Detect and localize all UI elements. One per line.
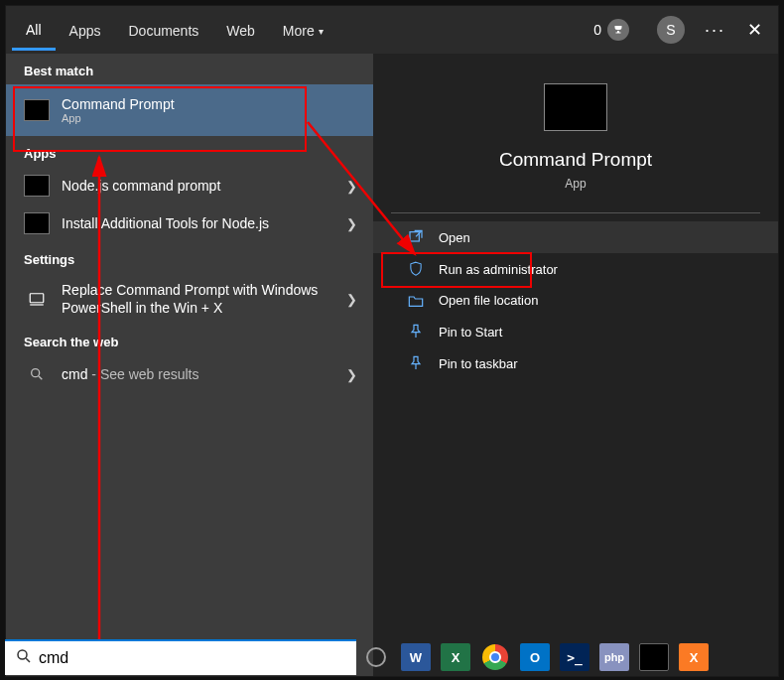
command-prompt-large-icon <box>544 83 607 131</box>
result-node-cmd[interactable]: Node.js command prompt ❯ <box>6 167 373 204</box>
rewards-button[interactable]: 0 <box>584 19 639 41</box>
taskbar-terminal[interactable] <box>639 643 669 671</box>
action-list: Open Run as administrator Open file loca… <box>373 221 778 379</box>
section-settings: Settings <box>6 242 373 273</box>
action-open-location[interactable]: Open file location <box>373 285 778 316</box>
best-match-subtitle: App <box>62 112 363 124</box>
tab-documents[interactable]: Documents <box>114 11 212 49</box>
action-open[interactable]: Open <box>373 221 778 253</box>
svg-rect-0 <box>30 294 44 303</box>
command-prompt-icon <box>24 99 50 121</box>
tab-all[interactable]: All <box>12 10 56 51</box>
tab-more-label: More <box>283 23 315 39</box>
rewards-count: 0 <box>593 22 601 38</box>
more-options-button[interactable]: ··· <box>705 20 725 41</box>
details-hero: Command Prompt App <box>373 83 778 191</box>
chrome-icon <box>482 644 508 670</box>
taskbar: W X O >_ php X <box>355 637 781 677</box>
chevron-right-icon[interactable]: ❯ <box>346 179 363 194</box>
tab-apps[interactable]: Apps <box>56 11 115 49</box>
tab-more[interactable]: More ▾ <box>269 11 337 49</box>
taskbar-xampp[interactable]: X <box>679 643 709 671</box>
section-search-web: Search the web <box>6 325 373 355</box>
search-icon <box>24 363 50 385</box>
best-match-result[interactable]: Command Prompt App <box>6 84 373 136</box>
taskbar-excel[interactable]: X <box>441 643 470 671</box>
start-search-window: All Apps Documents Web More ▾ 0 S ··· ✕ … <box>5 5 779 677</box>
taskbar-chrome[interactable] <box>480 643 510 671</box>
command-prompt-icon <box>24 175 50 197</box>
result-title: Install Additional Tools for Node.js <box>62 215 334 231</box>
shield-icon <box>407 261 425 277</box>
taskbar-outlook[interactable]: O <box>520 643 550 671</box>
chevron-right-icon[interactable]: ❯ <box>346 367 363 382</box>
chevron-right-icon[interactable]: ❯ <box>346 216 363 231</box>
user-avatar[interactable]: S <box>657 16 685 44</box>
action-label: Open file location <box>439 293 538 308</box>
top-tab-bar: All Apps Documents Web More ▾ 0 S ··· ✕ <box>6 6 778 54</box>
search-bar[interactable] <box>5 639 356 675</box>
close-button[interactable]: ✕ <box>747 19 762 41</box>
search-body: Best match Command Prompt App Apps Node.… <box>6 54 778 676</box>
taskbar-powershell[interactable]: >_ <box>560 643 589 671</box>
taskbar-php[interactable]: php <box>599 643 629 671</box>
open-icon <box>407 229 425 245</box>
section-best-match: Best match <box>6 54 373 84</box>
details-subtitle: App <box>565 177 586 191</box>
result-title: cmd - See web results <box>62 366 334 382</box>
tab-web[interactable]: Web <box>212 11 269 49</box>
result-title: Replace Command Prompt with Windows Powe… <box>62 281 334 317</box>
svg-point-3 <box>18 650 27 659</box>
folder-icon <box>407 294 425 308</box>
cortana-icon <box>366 647 386 667</box>
action-pin-start[interactable]: Pin to Start <box>373 316 778 347</box>
result-install-tools[interactable]: Install Additional Tools for Node.js ❯ <box>6 204 373 242</box>
search-input[interactable] <box>39 649 346 667</box>
action-label: Pin to Start <box>439 325 502 340</box>
powershell-icon: >_ <box>567 650 583 665</box>
result-replace-cmd[interactable]: Replace Command Prompt with Windows Powe… <box>6 273 373 325</box>
settings-result-icon <box>24 288 50 310</box>
svg-rect-2 <box>410 232 419 241</box>
action-run-admin[interactable]: Run as administrator <box>373 253 778 285</box>
divider <box>391 212 760 213</box>
svg-point-1 <box>32 369 40 377</box>
action-pin-taskbar[interactable]: Pin to taskbar <box>373 347 778 379</box>
details-title: Command Prompt <box>499 149 652 171</box>
pin-icon <box>407 324 425 340</box>
web-query: cmd <box>62 366 87 382</box>
action-label: Pin to taskbar <box>439 356 518 371</box>
section-apps: Apps <box>6 136 373 167</box>
chevron-right-icon[interactable]: ❯ <box>346 292 363 307</box>
results-panel: Best match Command Prompt App Apps Node.… <box>6 54 373 676</box>
web-suffix: - See web results <box>87 366 198 382</box>
details-panel: Command Prompt App Open Run as administr… <box>373 54 778 676</box>
taskbar-cortana[interactable] <box>361 643 391 671</box>
action-label: Open <box>439 230 470 245</box>
pin-icon <box>407 355 425 371</box>
result-title: Node.js command prompt <box>62 178 334 194</box>
best-match-title: Command Prompt <box>62 96 363 112</box>
chevron-down-icon: ▾ <box>319 26 324 37</box>
action-label: Run as administrator <box>439 262 558 277</box>
taskbar-word[interactable]: W <box>401 643 431 671</box>
search-icon <box>15 647 33 669</box>
result-web-cmd[interactable]: cmd - See web results ❯ <box>6 355 373 393</box>
command-prompt-icon <box>24 212 50 234</box>
trophy-icon <box>607 19 629 41</box>
